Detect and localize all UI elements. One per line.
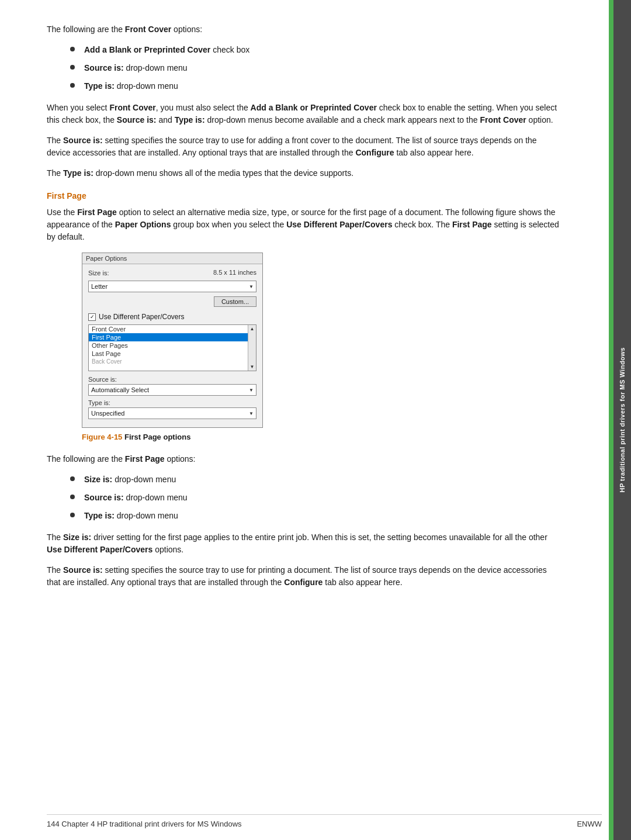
source-row: Source is: Automatically Select ▼ xyxy=(88,376,256,396)
footer-left: 144 Chapter 4 HP traditional print drive… xyxy=(47,820,242,828)
footer-right: ENWW xyxy=(577,820,602,828)
list-item: Type is: drop-down menu xyxy=(70,510,561,522)
dialog-title: Paper Options xyxy=(82,253,262,264)
list-item[interactable]: Front Cover xyxy=(89,325,256,333)
source-is-paragraph: The Source is: setting specifies the sou… xyxy=(47,134,561,159)
pages-listbox[interactable]: Front Cover First Page Other Pages Last … xyxy=(88,324,256,371)
dropdown-arrow: ▼ xyxy=(249,411,254,416)
bullet-dot xyxy=(70,513,75,517)
bullet-text: Source is: drop-down menu xyxy=(84,492,188,504)
list-item[interactable]: Other Pages xyxy=(89,341,256,350)
size-row: Size is: 8.5 x 11 inches xyxy=(88,269,256,277)
type-row: Type is: Unspecified ▼ xyxy=(88,399,256,419)
side-tab: HP traditional print drivers for MS Wind… xyxy=(613,0,631,840)
source-label: Source is: xyxy=(88,376,256,383)
dialog-body: Size is: 8.5 x 11 inches Letter ▼ Custom… xyxy=(82,264,262,427)
front-cover-bold: Front Cover xyxy=(125,25,171,34)
size-label: Size is: xyxy=(88,269,109,276)
size-value: 8.5 x 11 inches xyxy=(213,269,256,276)
first-page-intro: Use the First Page option to select an a… xyxy=(47,206,561,243)
type-label: Type is: xyxy=(88,399,256,406)
list-item: Type is: drop-down menu xyxy=(70,80,561,92)
type-dropdown-value: Unspecified xyxy=(91,410,124,417)
letter-dropdown[interactable]: Letter ▼ xyxy=(88,281,256,292)
scroll-down-arrow[interactable]: ▼ xyxy=(249,363,256,371)
main-content: The following are the Front Cover option… xyxy=(0,0,596,840)
type-is-paragraph: The Type is: drop-down menu shows all of… xyxy=(47,167,561,179)
figure-rest: options xyxy=(163,433,190,441)
source-printing-paragraph: The Source is: setting specifies the sou… xyxy=(47,564,561,589)
scroll-up-arrow[interactable]: ▲ xyxy=(249,325,256,333)
list-item[interactable]: First Page xyxy=(89,333,256,341)
figure-number: Figure 4-15 xyxy=(82,433,122,441)
custom-button[interactable]: Custom... xyxy=(214,296,256,307)
front-cover-description: When you select Front Cover, you must al… xyxy=(47,102,561,126)
use-different-paper-checkbox[interactable]: ✓ xyxy=(88,313,96,321)
front-cover-bullet-list: Add a Blank or Preprinted Cover check bo… xyxy=(70,44,561,92)
first-page-bullet-list: Size is: drop-down menu Source is: drop-… xyxy=(70,473,561,522)
source-dropdown-value: Automatically Select xyxy=(91,386,149,393)
list-item: Add a Blank or Preprinted Cover check bo… xyxy=(70,44,561,56)
letter-row: Letter ▼ Custom... xyxy=(88,281,256,309)
list-item[interactable]: Back Cover xyxy=(89,358,256,365)
bullet-text: Type is: drop-down menu xyxy=(84,510,178,522)
size-driver-paragraph: The Size is: driver setting for the firs… xyxy=(47,531,561,556)
bullet-dot xyxy=(70,476,75,481)
dropdown-arrow: ▼ xyxy=(249,388,254,393)
list-item: Source is: drop-down menu xyxy=(70,62,561,74)
bullet-text: Add a Blank or Preprinted Cover check bo… xyxy=(84,44,249,56)
dropdown-arrow: ▼ xyxy=(249,284,254,289)
bullet-text: Type is: drop-down menu xyxy=(84,80,178,92)
bullet-dot xyxy=(70,495,75,499)
type-dropdown[interactable]: Unspecified ▼ xyxy=(88,407,256,419)
first-page-heading: First Page xyxy=(47,191,561,201)
green-accent-bar xyxy=(609,0,613,840)
paper-options-dialog: Paper Options Size is: 8.5 x 11 inches L… xyxy=(82,253,263,428)
bullet-dot xyxy=(70,83,75,88)
bullet-dot xyxy=(70,47,75,51)
bullet-dot xyxy=(70,65,75,70)
use-different-paper-row: ✓ Use Different Paper/Covers xyxy=(88,313,256,321)
figure-bold: First Page xyxy=(124,433,161,441)
first-page-options-intro: The following are the First Page options… xyxy=(47,453,561,465)
bullet-text: Source is: drop-down menu xyxy=(84,62,188,74)
list-item[interactable]: Last Page xyxy=(89,350,256,358)
bullet-text: Size is: drop-down menu xyxy=(84,473,176,486)
figure-caption: Figure 4-15 First Page options xyxy=(82,433,561,441)
page-footer: 144 Chapter 4 HP traditional print drive… xyxy=(47,814,602,828)
list-item: Source is: drop-down menu xyxy=(70,492,561,504)
use-different-paper-label: Use Different Paper/Covers xyxy=(99,313,185,321)
listbox-scrollbar[interactable]: ▲ ▼ xyxy=(248,325,256,371)
front-cover-intro: The following are the Front Cover option… xyxy=(47,23,561,36)
source-dropdown[interactable]: Automatically Select ▼ xyxy=(88,384,256,396)
side-tab-label: HP traditional print drivers for MS Wind… xyxy=(619,347,626,493)
letter-dropdown-value: Letter xyxy=(91,283,108,290)
list-item: Size is: drop-down menu xyxy=(70,473,561,486)
